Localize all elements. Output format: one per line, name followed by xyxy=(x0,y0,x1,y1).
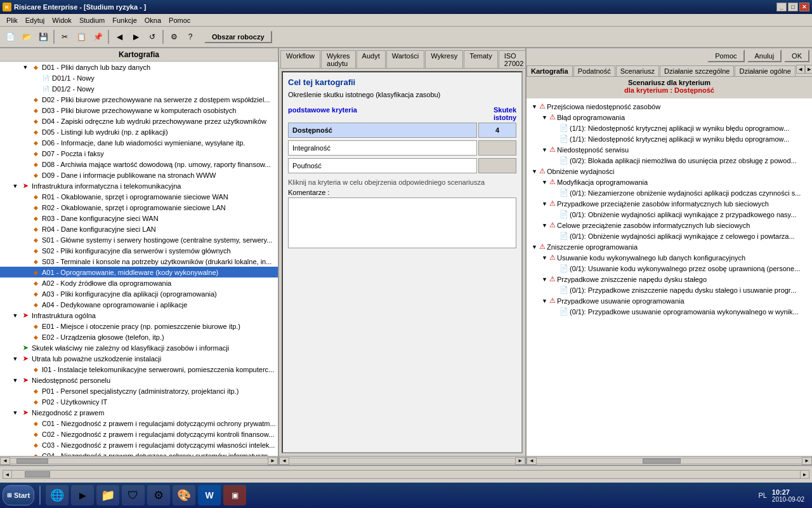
tree-container[interactable]: ▼◆D01 - Pliki danych lub bazy danych📄D01… xyxy=(0,62,278,456)
tab-workflow[interactable]: Workflow xyxy=(280,50,320,69)
right-tree-item-14[interactable]: ▼⚠Usuwanie kodu wykonywalnego lub danych… xyxy=(529,252,809,263)
tree-item-D01-1[interactable]: 📄D01/1 - Nowy xyxy=(0,72,278,83)
right-tab-kartografia[interactable]: Kartografia xyxy=(527,65,573,77)
tree-item-NIED[interactable]: ▼➤Niedostępność personelu xyxy=(0,375,278,385)
taskbar-app-ie[interactable]: 🌐 xyxy=(46,485,69,505)
menu-item-widok[interactable]: Widok xyxy=(48,16,75,25)
right-tree-item-0[interactable]: ▼⚠Przejściowa niedostępność zasobów xyxy=(529,101,809,112)
right-tree-item-4[interactable]: ▼⚠Niedostępność serwisu xyxy=(529,144,809,155)
ok-button[interactable]: OK xyxy=(784,50,809,62)
tree-item-P02[interactable]: ◆P02 - Użytkownicy IT xyxy=(0,396,278,407)
right-hscroll-left[interactable]: ◄ xyxy=(527,457,537,465)
hscroll-right[interactable]: ► xyxy=(268,457,278,465)
tree-item-R02[interactable]: ◆R02 - Okablowanie, sprzęt i oprogramowa… xyxy=(0,202,278,213)
taskbar-app-files[interactable]: 📁 xyxy=(96,485,119,505)
tree-item-D07[interactable]: ◆D07 - Poczta i faksy xyxy=(0,148,278,159)
tree-item-INF[interactable]: ▼➤Infrastruktura informatyczna i telekom… xyxy=(0,180,278,191)
tree-item-UTRATA[interactable]: ▼➤Utrata lub poważne uszkodzenie instala… xyxy=(0,353,278,364)
tree-item-D03[interactable]: ◆D03 - Pliki biurowe przechowywane w kom… xyxy=(0,105,278,116)
taskbar-app-settings[interactable]: ⚙ xyxy=(147,485,170,505)
tree-item-D02[interactable]: ◆D02 - Pliki biurowe przechowywane na se… xyxy=(0,94,278,105)
open-button[interactable]: 📂 xyxy=(19,29,34,44)
tree-item-S01[interactable]: ◆S01 - Główne systemy i serwery hostingo… xyxy=(0,234,278,245)
menu-item-plik[interactable]: Plik xyxy=(3,16,22,25)
taskbar-app-ppt[interactable]: ▣ xyxy=(223,485,246,505)
taskbar-app-paint[interactable]: 🎨 xyxy=(173,485,195,505)
menu-item-studium[interactable]: Studium xyxy=(75,16,108,25)
menu-item-edytuj[interactable]: Edytuj xyxy=(22,16,49,25)
right-tree-item-17[interactable]: 📄(0/1): Przypadkowe zniszczenie napędu d… xyxy=(529,284,809,295)
tree-item-E01[interactable]: ◆E01 - Miejsce i otoczenie pracy (np. po… xyxy=(0,321,278,331)
tree-item-C01[interactable]: ◆C01 - Niezgodność z prawem i regulacjam… xyxy=(0,418,278,429)
criteria-label-0[interactable]: Dostępność xyxy=(288,123,477,138)
tree-item-R03[interactable]: ◆R03 - Dane konfiguracyjne sieci WAN xyxy=(0,213,278,224)
menu-item-okna[interactable]: Okna xyxy=(141,16,165,25)
tab-tematy[interactable]: Tematy xyxy=(464,50,497,69)
tree-item-D08[interactable]: ◆D08 - Archiwia mające wartość dowodową … xyxy=(0,159,278,170)
tree-item-R01[interactable]: ◆R01 - Okablowanie, sprzęt i oprogramowa… xyxy=(0,191,278,202)
right-hscroll-right[interactable]: ► xyxy=(802,457,812,465)
tree-item-INFOG[interactable]: ▼➤Infrastruktura ogólna xyxy=(0,310,278,321)
tree-item-S03[interactable]: ◆S03 - Terminale i konsole na potrzeby u… xyxy=(0,256,278,267)
right-tree-item-16[interactable]: ▼⚠Przypadkowe zniszczenie napędu dysku s… xyxy=(529,274,809,284)
right-tree-item-1[interactable]: ▼⚠Błąd oprogramowania xyxy=(529,112,809,123)
tree-item-C02[interactable]: ◆C02 - Niezgodność z prawem i regulacjam… xyxy=(0,429,278,439)
right-tree-item-10[interactable]: 📄(0/1): Obniżenie wydajności aplikacji w… xyxy=(529,209,809,220)
tree-item-R04[interactable]: ◆R04 - Dane konfiguracyjne sieci LAN xyxy=(0,224,278,234)
criteria-label-1[interactable]: Integralność xyxy=(288,140,477,156)
hscroll-left[interactable]: ◄ xyxy=(0,457,10,465)
paste-button[interactable]: 📌 xyxy=(90,29,105,44)
refresh-button[interactable]: ↺ xyxy=(145,29,160,44)
tree-item-A03[interactable]: ◆A03 - Pliki konfiguracyjne dla aplikacj… xyxy=(0,288,278,299)
right-tree-item-3[interactable]: 📄(1/1): Niedostępność krytycznej aplikac… xyxy=(529,133,809,144)
mid-hscroll-right[interactable]: ► xyxy=(515,457,525,465)
right-tree-item-7[interactable]: ▼⚠Modyfikacja oprogramowania xyxy=(529,177,809,187)
vscroll-right[interactable]: ► xyxy=(800,471,809,478)
tree-item-SKUTEK[interactable]: ➤Skutek właściwy nie zależny od klasyfik… xyxy=(0,342,278,353)
right-tree-item-8[interactable]: 📄(0/1): Niezamierzone obniżenie wydajnoś… xyxy=(529,187,809,198)
maximize-button[interactable]: □ xyxy=(788,3,798,11)
taskbar-app-word[interactable]: W xyxy=(198,485,221,505)
right-tree-item-2[interactable]: 📄(1/1): Niedostępność krytycznej aplikac… xyxy=(529,123,809,133)
area-button[interactable]: Obszar roboczy xyxy=(204,30,272,43)
menu-item-pomoc[interactable]: Pomoc xyxy=(165,16,194,25)
help-toolbar-button[interactable]: ? xyxy=(183,29,198,44)
forward-button[interactable]: ▶ xyxy=(128,29,143,44)
mid-hscroll-left[interactable]: ◄ xyxy=(279,457,289,465)
right-tree-item-19[interactable]: 📄(0/1): Przypadkowe usuwanie oprogramowa… xyxy=(529,306,809,317)
close-button[interactable]: ✕ xyxy=(799,3,809,11)
right-tree-item-13[interactable]: ▼⚠Zniszczenie oprogramowania xyxy=(529,241,809,252)
tab-wykres-audytu[interactable]: Wykres audytu xyxy=(321,50,356,69)
right-tree-item-5[interactable]: 📄(0/2): Blokada aplikacji niemożliwa do … xyxy=(529,155,809,166)
settings-button[interactable]: ⚙ xyxy=(166,29,181,44)
vscroll-left[interactable]: ◄ xyxy=(3,471,12,478)
taskbar-app-security[interactable]: 🛡 xyxy=(122,485,145,505)
help-button[interactable]: Pomoc xyxy=(707,50,744,62)
tree-item-D01-2[interactable]: 📄D01/2 - Nowy xyxy=(0,83,278,94)
tree-item-D04[interactable]: ◆D04 - Zapiski odręczne lub wydruki prze… xyxy=(0,116,278,126)
tree-item-C04[interactable]: ◆C04 - Niezgodność z prawem dotycząca oc… xyxy=(0,450,278,456)
tree-item-C03[interactable]: ◆C03 - Niezgodność z prawem i regulacjam… xyxy=(0,439,278,450)
right-tab-scenariusz[interactable]: Scenariusz xyxy=(616,65,659,77)
right-tab-działanie-ogólne[interactable]: Działanie ogólne xyxy=(735,65,795,77)
criteria-label-2[interactable]: Poufność xyxy=(288,158,477,173)
taskbar-app-media[interactable]: ▶ xyxy=(71,485,94,505)
tree-item-A04[interactable]: ◆A04 - Dedykowane oprogramowanie i aplik… xyxy=(0,299,278,310)
tree-item-NIEZG[interactable]: ▼➤Niezgodność z prawem xyxy=(0,407,278,418)
tree-item-A02[interactable]: ◆A02 - Kody źródłowe dla oprogramowania xyxy=(0,277,278,288)
minimize-button[interactable]: _ xyxy=(776,3,787,11)
cancel-button[interactable]: Anuluj xyxy=(747,50,782,62)
right-tree-item-18[interactable]: ▼⚠Przypadkowe usuwanie oprogramowania xyxy=(529,295,809,306)
right-tree-item-9[interactable]: ▼⚠Przypadkowe przeciążenie zasobów infor… xyxy=(529,198,809,209)
right-tree-item-15[interactable]: 📄(0/1): Usuwanie kodu wykonywalnego prze… xyxy=(529,263,809,274)
tab-wykresy[interactable]: Wykresy xyxy=(425,50,463,69)
tree-item-I01[interactable]: ◆I01 - Instalacje telekomunikacyjne serw… xyxy=(0,364,278,375)
right-tree-item-6[interactable]: ▼⚠Obniżenie wydajności xyxy=(529,166,809,177)
tree-item-E02[interactable]: ◆E02 - Urządzenia głosowe (telefon, itp.… xyxy=(0,331,278,342)
start-button[interactable]: ⊞ Start xyxy=(3,485,34,505)
right-tab-nav-right[interactable]: ► xyxy=(805,65,812,74)
tab-audyt[interactable]: Audyt xyxy=(357,50,386,69)
menu-item-funkcje[interactable]: Funkcje xyxy=(108,16,141,25)
right-tab-działanie-szczególne[interactable]: Działanie szczególne xyxy=(660,65,734,77)
right-tree-item-12[interactable]: 📄(0/1): Obniżenie wydajności aplikacji w… xyxy=(529,231,809,241)
